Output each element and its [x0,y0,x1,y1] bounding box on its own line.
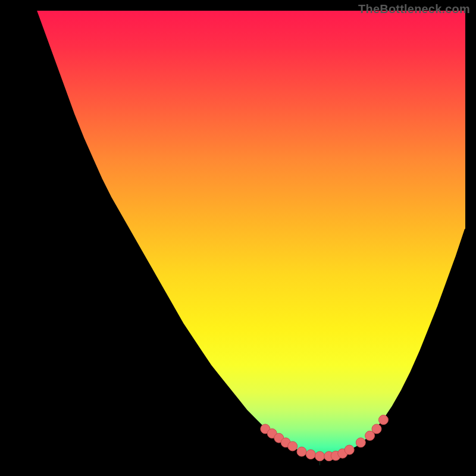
watermark-text: TheBottleneck.com [358,2,470,16]
chart-container: TheBottleneck.com [0,0,476,476]
gradient-background [11,11,465,465]
plot-area [11,11,465,465]
